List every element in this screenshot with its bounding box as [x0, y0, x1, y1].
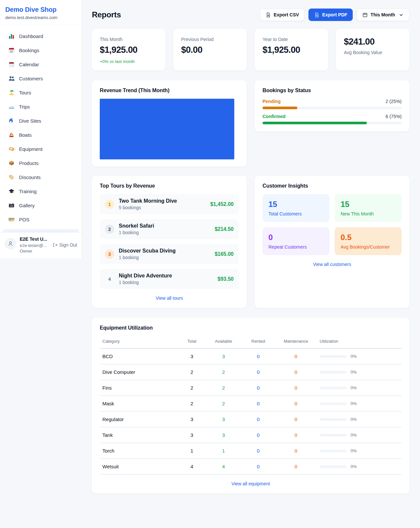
cell-maintenance: 0 [275, 427, 317, 443]
sidebar-item-customers[interactable]: Customers [3, 72, 79, 85]
tour-list-item: 1 Two Tank Morning Dive 5 bookings $1,45… [100, 194, 239, 214]
user-role: Owner [20, 248, 49, 254]
sidebar-item-gallery[interactable]: Gallery [3, 199, 79, 212]
shop-name: Demo Dive Shop [5, 6, 76, 13]
cell-total: 3 [178, 412, 205, 427]
sidebar-item-label: POS [19, 217, 30, 222]
sidebar-item-bookings[interactable]: 17 Bookings [3, 44, 79, 56]
cell-category: Dive Computer [100, 364, 178, 380]
sidebar-item-dashboard[interactable]: Dashboard [3, 30, 79, 42]
export-pdf-button[interactable]: Export PDF [308, 9, 353, 21]
status-label: Confirmed [262, 114, 285, 119]
sidebar-item-label: Training [19, 189, 37, 194]
cell-utilization: 0% [317, 349, 402, 364]
stat-card-avg-booking-value: $241.00 Avg Booking Value [336, 29, 410, 71]
cell-category: Torch [100, 443, 178, 459]
desert-island-icon [8, 89, 15, 96]
sidebar-item-dive-sites[interactable]: Dive Sites [3, 114, 79, 127]
sidebar-item-label: Calendar [19, 62, 39, 67]
equipment-utilization-card: Equipment Utilization Category Total Ava… [92, 318, 410, 494]
cell-category: Mask [100, 396, 178, 412]
cell-category: BCD [100, 349, 178, 364]
camera-icon [8, 202, 15, 209]
cell-maintenance: 0 [275, 443, 317, 459]
charts-row: Revenue Trend (This Month) Bookings by S… [92, 80, 410, 167]
sidebar-item-trips[interactable]: Trips [3, 100, 79, 113]
main-content: Reports Export CSV Export PDF This Month… [82, 0, 420, 507]
view-all-tours-link[interactable]: View all tours [100, 295, 239, 301]
cell-total: 4 [178, 459, 205, 475]
period-label: This Month [370, 12, 395, 17]
stat-value: $0.00 [181, 45, 239, 55]
utilization-bar [320, 402, 346, 405]
page-title: Reports [92, 10, 121, 19]
table-row: Tank 3 3 0 0 0% [100, 427, 402, 443]
sidebar-item-label: Bookings [19, 48, 39, 53]
utilization-bar [320, 371, 346, 374]
stats-row: This Month $1,925.00 +0% vs last month P… [92, 29, 410, 71]
file-download-icon [314, 12, 320, 18]
cell-category: Regulator [100, 412, 178, 427]
chevron-down-icon [398, 12, 404, 18]
sidebar-item-discounts[interactable]: Discounts [3, 171, 79, 183]
cell-utilization: 0% [317, 459, 402, 475]
svg-text:17: 17 [10, 50, 13, 52]
sidebar-item-label: Trips [19, 104, 30, 110]
sidebar-item-reports-partial[interactable] [3, 229, 79, 232]
user-name: E2E Test U... [20, 236, 49, 242]
package-icon [8, 160, 15, 166]
page-header: Reports Export CSV Export PDF This Month [92, 9, 410, 21]
sidebar-item-label: Tours [19, 90, 31, 95]
insight-label: New This Month [341, 211, 396, 216]
stat-delta: +0% vs last month [100, 59, 158, 64]
avatar [5, 238, 16, 250]
stat-card-previous-period: Previous Period $0.00 [173, 29, 247, 71]
status-bar-track [262, 107, 402, 109]
tour-revenue: $1,452.00 [210, 201, 234, 207]
view-all-equipment-link[interactable]: View all equipment [100, 481, 402, 486]
cell-rented: 0 [242, 380, 275, 396]
view-all-customers-link[interactable]: View all customers [262, 262, 402, 267]
cell-rented: 0 [242, 427, 275, 443]
table-row: Fins 2 2 0 0 0% [100, 380, 402, 396]
cell-rented: 0 [242, 364, 275, 380]
insight-tile-total-customers: 15 Total Customers [262, 194, 329, 222]
top-tours-card: Top Tours by Revenue 1 Two Tank Morning … [92, 176, 247, 308]
cell-maintenance: 0 [275, 364, 317, 380]
sidebar-item-products[interactable]: Products [3, 157, 79, 169]
top-tours-title: Top Tours by Revenue [100, 183, 239, 189]
tour-bookings: 1 booking [119, 230, 154, 235]
utilization-bar [320, 387, 346, 389]
rank-badge: 4 [105, 274, 114, 284]
sidebar-item-label: Equipment [19, 146, 43, 152]
sidebar-item-tours[interactable]: Tours [3, 86, 79, 99]
insight-value: 15 [341, 200, 396, 209]
tour-list-item: 4 Night Dive Adventure 1 booking $93.50 [100, 269, 239, 289]
status-label: Pending [262, 99, 281, 104]
cell-utilization: 0% [317, 364, 402, 380]
sign-out-button[interactable]: Sign Out [52, 242, 77, 248]
tour-name: Two Tank Morning Dive [119, 198, 177, 204]
file-download-icon [265, 12, 271, 18]
sidebar-item-equipment[interactable]: Equipment [3, 143, 79, 155]
sidebar: Demo Dive Shop demo.test.divestreams.com… [0, 0, 82, 258]
sidebar-item-pos[interactable]: POS [3, 213, 79, 226]
equipment-utilization-title: Equipment Utilization [100, 325, 402, 331]
cell-maintenance: 0 [275, 412, 317, 427]
insight-value: 15 [268, 200, 324, 209]
cell-maintenance: 0 [275, 380, 317, 396]
table-row: Wetsuit 4 4 0 0 0% [100, 459, 402, 475]
sidebar-item-calendar[interactable]: Calendar [3, 58, 79, 71]
sidebar-item-label: Customers [19, 76, 43, 81]
export-csv-button[interactable]: Export CSV [260, 9, 304, 21]
status-bar-fill [262, 107, 297, 109]
tour-bookings: 5 bookings [119, 205, 177, 210]
stat-card-year-to-date: Year to Date $1,925.00 [255, 29, 328, 71]
sidebar-item-training[interactable]: Training [3, 185, 79, 197]
cell-available: 3 [205, 412, 242, 427]
sidebar-item-label: Dashboard [19, 33, 43, 39]
period-dropdown[interactable]: This Month [357, 9, 410, 21]
sidebar-item-boats[interactable]: Boats [3, 129, 79, 141]
stat-card-this-month: This Month $1,925.00 +0% vs last month [92, 29, 165, 71]
sidebar-item-label: Boats [19, 132, 32, 138]
